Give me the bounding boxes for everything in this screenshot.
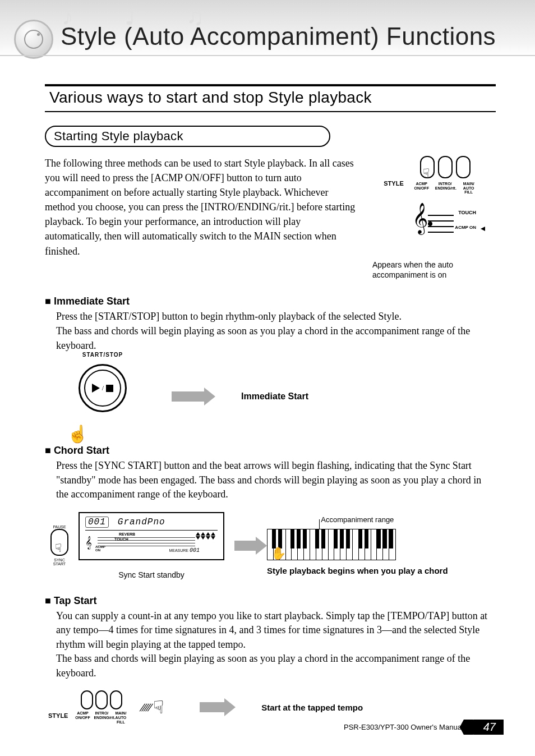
arrow-right-icon xyxy=(200,702,225,712)
lcd-voice-num: 001 xyxy=(85,517,109,528)
accomp-range-label: Accompaniment range xyxy=(267,515,448,524)
panel-btn2-label: INTRO/ ENDING/rit. xyxy=(435,182,455,195)
pause-label: PAUSE xyxy=(50,525,68,529)
lcd-touch-label: TOUCH xyxy=(458,210,476,215)
play-triangle-icon xyxy=(92,384,100,393)
hand-on-keys-icon: ✋ xyxy=(271,546,286,561)
chord-start-figure: PAUSE SYNC START 001 GrandPno 𝄞 REVE xyxy=(50,512,496,579)
sync-standby-caption: Sync Start standby xyxy=(118,570,185,579)
lcd-voice-name: GrandPno xyxy=(118,517,165,527)
lcd-acmp-indicator-diagram: 𝄞 TOUCH ACMP ON xyxy=(409,205,454,255)
sync-start-button-icon xyxy=(50,529,68,556)
panel-sm-btn3-label: MAIN/ AUTO FILL xyxy=(113,711,128,724)
lcd-measure-value: 001 xyxy=(190,547,200,554)
split-line-icon xyxy=(319,519,320,529)
lcd-acmp-label: ACMP ON xyxy=(455,225,476,230)
page-footer: PSR-E303/YPT-300 Owner's Manual 47 xyxy=(344,720,504,735)
style-panel-diagram: STYLE ACMP ON/OFF INTRO/ ENDING/rit. MAI… xyxy=(372,156,490,195)
lcd-caption: Appears when the auto accompaniment is o… xyxy=(372,260,490,280)
keyboard-diagram-group: Accompaniment range ✋ Style playback beg… xyxy=(267,515,448,575)
chord-start-section: ■ Chord Start Press the [SYNC START] but… xyxy=(45,445,496,579)
panel-small-btn-icon xyxy=(110,690,122,709)
finger-press-icon: ☝ xyxy=(67,425,88,443)
panel-sm-btn2-label: INTRO/ ENDING/rit. xyxy=(94,711,109,724)
tap-start-section: ■ Tap Start You can supply a count-in at… xyxy=(45,595,496,725)
page-header-band: ♪ ♩ ♫ Style (Auto Accompaniment) Functio… xyxy=(0,0,535,56)
sync-start-label: SYNC START xyxy=(50,558,68,566)
immediate-arrow-label: Immediate Start xyxy=(241,391,308,402)
lcd-panel-diagram: 001 GrandPno 𝄞 REVERB TOUCH ACMP ON MEAS… xyxy=(79,512,224,560)
keyboard-diagram-icon: ✋ xyxy=(267,529,396,560)
lcd-pointer-arrow-icon xyxy=(481,227,485,231)
treble-clef-icon: 𝄞 xyxy=(412,205,428,232)
panel-small-btn-icon xyxy=(95,690,108,709)
subsection-heading: Starting Style playback xyxy=(54,129,183,144)
style-label-sm: STYLE xyxy=(48,712,68,719)
chapter-medallion-icon xyxy=(14,20,53,59)
stop-square-icon xyxy=(106,385,113,392)
sync-start-button-group: PAUSE SYNC START xyxy=(50,525,68,566)
keyboard-caption: Style playback begins when you play a ch… xyxy=(267,566,448,575)
page-number-badge: 47 xyxy=(472,720,504,735)
arrow-right-icon xyxy=(234,541,257,551)
style-label: STYLE xyxy=(384,180,403,187)
lcd-reverb-label: REVERB xyxy=(119,532,135,536)
intro-ending-button-icon xyxy=(438,156,453,178)
lcd-acmp-sm-label: ACMP ON xyxy=(95,545,105,552)
tap-body1: You can supply a count-in at any tempo y… xyxy=(56,609,496,652)
manual-title: PSR-E303/YPT-300 Owner's Manual xyxy=(344,723,463,731)
lcd-treble-icon: 𝄞 xyxy=(85,536,92,549)
immediate-heading: Immediate Start xyxy=(54,296,130,307)
note-icon xyxy=(428,222,432,226)
start-stop-button-icon: / xyxy=(79,364,127,412)
immediate-start-section: ■ Immediate Start Press the [START/STOP]… xyxy=(45,296,496,429)
lcd-touch-sm-label: TOUCH xyxy=(114,537,128,541)
arrow-right-icon xyxy=(172,391,205,402)
subsection-heading-pill: Starting Style playback xyxy=(45,126,330,147)
chapter-title: Style (Auto Accompaniment) Functions xyxy=(61,22,496,50)
section-heading-bar: Various ways to start and stop Style pla… xyxy=(45,84,496,112)
immediate-body2: The bass and chords will begin playing a… xyxy=(56,324,496,353)
chord-body: Press the [SYNC START] button and the be… xyxy=(56,459,496,502)
start-stop-arc-label: START/STOP xyxy=(82,352,123,358)
panel-sm-btn1-label: ACMP ON/OFF xyxy=(75,711,90,724)
intro-paragraph: The following three methods can be used … xyxy=(45,156,359,259)
style-panel-diagram-small: STYLE ACMP ON/OFF INTRO/ ENDING/rit. MAI… xyxy=(48,690,128,724)
immediate-start-figure: START/STOP / ☝ Immediate Start xyxy=(79,364,496,429)
lcd-beat-arrows-icon xyxy=(196,532,215,540)
lcd-measure-label: MEASURE xyxy=(169,548,188,552)
panel-small-btn-icon xyxy=(81,690,93,709)
tap-heading: Tap Start xyxy=(54,595,97,606)
acmp-onoff-button-icon xyxy=(420,156,435,178)
main-autofill-button-icon xyxy=(456,156,471,178)
section-heading: Various ways to start and stop Style pla… xyxy=(49,89,496,107)
tap-gesture-icon: ///// ☟ xyxy=(141,697,164,718)
panel-btn3-label: MAIN/ AUTO FILL xyxy=(459,182,479,195)
tap-caption: Start at the tapped tempo xyxy=(261,702,363,713)
panel-btn1-label: ACMP ON/OFF xyxy=(412,182,432,195)
tap-body2: The bass and chords will begin playing a… xyxy=(56,652,496,680)
immediate-body1: Press the [START/STOP] button to begin r… xyxy=(56,310,496,324)
chord-heading: Chord Start xyxy=(54,445,109,456)
